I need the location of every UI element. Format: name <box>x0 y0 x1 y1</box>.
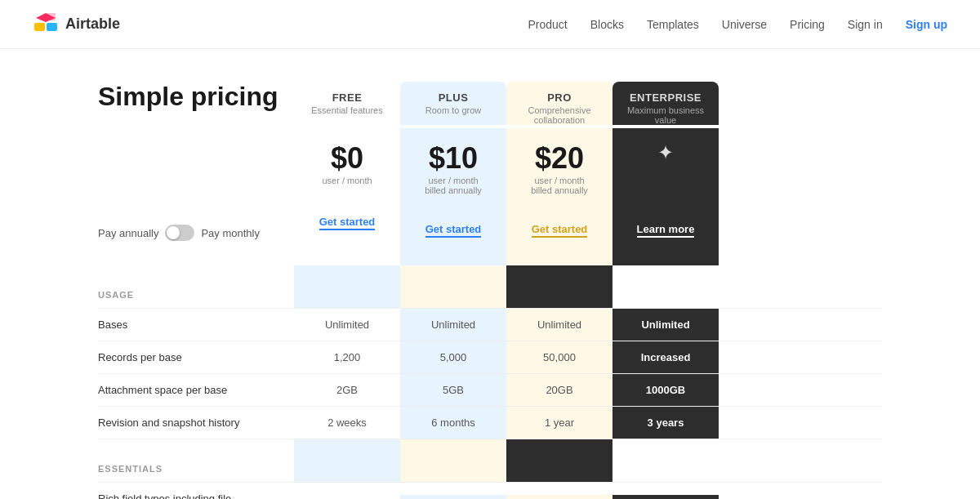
value-pro: 50,000 <box>506 341 612 373</box>
feature-cell: Bases <box>98 309 294 341</box>
price-free: $0 user / month <box>294 128 400 208</box>
svg-rect-1 <box>47 23 57 31</box>
value-pro: 20GB <box>506 374 612 406</box>
feature-cell: Revision and snapshot history <box>98 407 294 439</box>
plan-name-pro: PRO <box>513 91 606 104</box>
value-enterprise: 3 years <box>612 407 719 439</box>
price-row: $0 user / month $10 user / month billed … <box>98 128 882 208</box>
table-row: BasesUnlimitedUnlimitedUnlimitedUnlimite… <box>98 308 882 341</box>
usage-free-spacer <box>612 265 719 308</box>
price-per-plus: user / month <box>407 176 500 185</box>
value-plus: Unlimited <box>400 309 506 341</box>
navbar: Airtable Product Blocks Templates Univer… <box>0 0 980 49</box>
logo-text: Airtable <box>65 16 120 33</box>
price-left-spacer <box>98 128 294 208</box>
essentials-pro-spacer <box>400 439 506 482</box>
plan-name-enterprise: ENTERPRISE <box>619 91 712 104</box>
plan-header-pro: PRO Comprehensive collaboration <box>506 82 612 125</box>
table-row: Rich field types including file attachme… <box>98 482 882 499</box>
learn-more-enterprise[interactable]: Learn more <box>637 223 695 238</box>
plan-header-enterprise: ENTERPRISE Maximum business value <box>612 82 719 125</box>
value-plus: 5GB <box>400 374 506 406</box>
cta-row: Pay annually Pay monthly Get started Get… <box>98 208 882 265</box>
value-plus: ✔ <box>400 495 506 500</box>
get-started-free[interactable]: Get started <box>319 216 376 230</box>
usage-plus-spacer <box>294 265 400 308</box>
value-enterprise: ✔ <box>612 495 719 500</box>
value-free: 2GB <box>294 374 400 406</box>
plan-header-free: FREE Essential features <box>294 82 400 125</box>
value-pro: Unlimited <box>506 309 612 341</box>
table-row: Records per base1,2005,00050,000Increase… <box>98 341 882 373</box>
value-enterprise: Increased <box>612 341 719 373</box>
price-per-pro: user / month <box>513 176 606 185</box>
nav-templates[interactable]: Templates <box>647 18 699 31</box>
price-billed-plus: billed annually <box>407 185 500 195</box>
nav-pricing[interactable]: Pricing <box>790 18 825 31</box>
section-label-usage: USAGE <box>98 265 294 308</box>
billing-annually-label: Pay annually <box>98 227 158 239</box>
plan-subtitle-free: Essential features <box>301 105 394 115</box>
logo[interactable]: Airtable <box>33 11 120 38</box>
table-row: Attachment space per base2GB5GB20GB1000G… <box>98 373 882 406</box>
nav-product[interactable]: Product <box>528 18 568 31</box>
essentials-rows: Rich field types including file attachme… <box>98 482 882 499</box>
usage-rows: BasesUnlimitedUnlimitedUnlimitedUnlimite… <box>98 308 882 439</box>
plans-header: FREE Essential features PLUS Room to gro… <box>294 82 719 125</box>
plan-subtitle-plus: Room to grow <box>407 105 500 115</box>
price-per-free: user / month <box>301 176 394 185</box>
value-free: Unlimited <box>294 309 400 341</box>
plan-name-plus: PLUS <box>407 91 500 104</box>
section-essentials: ESSENTIALS <box>98 439 882 482</box>
airtable-logo-icon <box>33 11 59 38</box>
cta-pro: Get started <box>506 208 612 265</box>
usage-enterprise-spacer <box>506 265 612 308</box>
price-amount-plus: $10 <box>407 141 500 176</box>
essentials-free-spacer <box>612 439 719 482</box>
value-plus: 6 months <box>400 407 506 439</box>
nav-blocks[interactable]: Blocks <box>590 18 624 31</box>
cta-enterprise: Learn more <box>612 208 719 265</box>
svg-rect-3 <box>47 13 56 20</box>
price-amount-pro: $20 <box>513 141 606 176</box>
get-started-pro[interactable]: Get started <box>532 223 588 238</box>
nav-universe[interactable]: Universe <box>722 18 767 31</box>
billing-toggle[interactable] <box>165 225 194 241</box>
plan-subtitle-enterprise: Maximum business value <box>619 105 712 125</box>
nav-signin[interactable]: Sign in <box>848 18 883 31</box>
value-free: 2 weeks <box>294 407 400 439</box>
cta-free: Get started <box>294 208 400 265</box>
header-left: Simple pricing <box>98 82 294 128</box>
feature-cell: Records per base <box>98 341 294 373</box>
plan-header-plus: PLUS Room to grow <box>400 82 506 125</box>
price-amount-free: $0 <box>301 141 394 176</box>
page-title: Simple pricing <box>98 82 294 112</box>
value-pro: 1 year <box>506 407 612 439</box>
cta-left: Pay annually Pay monthly <box>98 208 294 265</box>
pricing-header: Simple pricing FREE Essential features P… <box>98 82 882 128</box>
nav-links: Product Blocks Templates Universe Pricin… <box>528 18 947 31</box>
essentials-plus-spacer <box>294 439 400 482</box>
price-enterprise: ✦ <box>612 128 719 208</box>
nav-signup[interactable]: Sign up <box>906 18 947 31</box>
table-row: Revision and snapshot history2 weeks6 mo… <box>98 406 882 439</box>
feature-cell: Rich field types including file attachme… <box>98 483 294 499</box>
sparkle-icon: ✦ <box>619 141 712 164</box>
value-enterprise: Unlimited <box>612 309 719 341</box>
usage-pro-spacer <box>400 265 506 308</box>
billing-toggle-area: Pay annually Pay monthly <box>98 216 294 249</box>
price-billed-pro: billed annually <box>513 185 606 195</box>
price-plus: $10 user / month billed annually <box>400 128 506 208</box>
essentials-enterprise-spacer <box>506 439 612 482</box>
main-content: Simple pricing FREE Essential features P… <box>82 49 898 499</box>
plan-name-free: FREE <box>301 91 394 104</box>
value-pro: ✔ <box>506 495 612 500</box>
get-started-plus[interactable]: Get started <box>425 223 482 238</box>
cta-plus: Get started <box>400 208 506 265</box>
value-free: ✔ <box>294 495 400 500</box>
value-plus: 5,000 <box>400 341 506 373</box>
value-enterprise: 1000GB <box>612 374 719 406</box>
plan-subtitle-pro: Comprehensive collaboration <box>513 105 606 125</box>
svg-rect-0 <box>34 23 45 31</box>
section-usage: USAGE <box>98 265 882 308</box>
